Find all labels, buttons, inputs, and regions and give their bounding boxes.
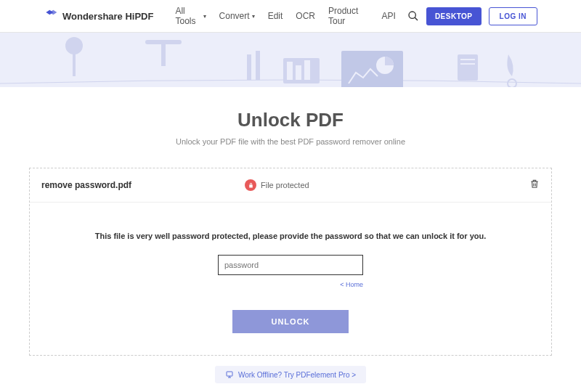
footer-cta: Work Offline? Try PDFelement Pro >: [29, 366, 552, 383]
top-nav: Wondershare HiPDF All Tools▾ Convert▾ Ed…: [0, 0, 581, 33]
home-link[interactable]: < Home: [218, 281, 363, 288]
brand-logo-icon: [44, 9, 58, 23]
offline-cta-label: Work Offline? Try PDFelement Pro >: [238, 371, 356, 379]
svg-rect-6: [247, 54, 251, 80]
svg-line-1: [415, 17, 418, 20]
svg-rect-10: [296, 65, 301, 80]
offline-cta-link[interactable]: Work Offline? Try PDFelement Pro >: [215, 366, 366, 383]
nav-all-tools[interactable]: All Tools▾: [175, 6, 206, 26]
desktop-button[interactable]: DESKTOP: [426, 7, 482, 25]
nav-api[interactable]: API: [382, 11, 396, 21]
file-name: remove password.pdf: [41, 180, 245, 190]
svg-rect-16: [460, 63, 475, 65]
file-info-row: remove password.pdf File protected: [30, 168, 551, 203]
svg-point-17: [508, 79, 516, 87]
page-subtitle: Unlock your PDF file with the best PDF p…: [29, 137, 552, 146]
download-icon: [225, 370, 234, 379]
banner-illustration: [0, 33, 581, 87]
svg-rect-15: [460, 59, 475, 60]
search-icon[interactable]: [407, 10, 419, 22]
login-button[interactable]: LOG IN: [489, 7, 537, 25]
logo[interactable]: Wondershare HiPDF: [44, 9, 153, 23]
unlock-button[interactable]: UNLOCK: [232, 310, 349, 333]
page-title: Unlock PDF: [29, 109, 552, 131]
password-input[interactable]: [218, 255, 363, 275]
delete-file-button[interactable]: [529, 179, 540, 192]
lock-icon: [245, 179, 256, 191]
svg-rect-4: [145, 40, 182, 44]
chevron-down-icon: ▾: [252, 13, 255, 20]
brand-name: Wondershare HiPDF: [62, 11, 153, 22]
instruction-text: This file is very well password protecte…: [44, 232, 537, 240]
svg-rect-7: [256, 51, 260, 80]
svg-rect-9: [287, 62, 293, 80]
svg-rect-11: [304, 60, 310, 80]
main-content: Unlock PDF Unlock your PDF file with the…: [0, 87, 581, 383]
file-status: File protected: [245, 179, 529, 191]
svg-rect-18: [227, 372, 232, 376]
chevron-down-icon: ▾: [203, 13, 206, 20]
main-nav: All Tools▾ Convert▾ Edit OCR Product Tou…: [175, 6, 395, 26]
header-actions: DESKTOP LOG IN: [407, 7, 537, 25]
hero-banner: [0, 33, 581, 87]
unlock-card: remove password.pdf File protected This …: [29, 168, 552, 356]
svg-point-3: [65, 37, 83, 54]
trash-icon: [529, 179, 540, 189]
nav-product-tour[interactable]: Product Tour: [328, 6, 369, 26]
nav-edit[interactable]: Edit: [268, 11, 283, 21]
card-body: This file is very well password protecte…: [30, 203, 551, 355]
svg-rect-14: [458, 54, 478, 81]
nav-ocr[interactable]: OCR: [296, 11, 315, 21]
status-label: File protected: [261, 181, 309, 189]
nav-convert[interactable]: Convert▾: [219, 11, 255, 21]
svg-rect-5: [161, 44, 166, 66]
svg-point-0: [409, 12, 415, 18]
